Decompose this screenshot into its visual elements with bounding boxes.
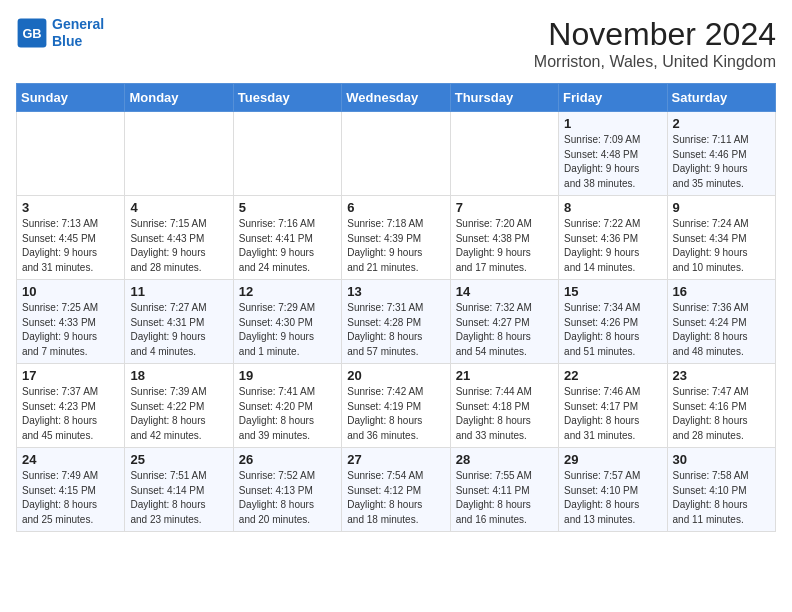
calendar-cell: 29Sunrise: 7:57 AM Sunset: 4:10 PM Dayli… [559, 448, 667, 532]
day-number: 4 [130, 200, 227, 215]
calendar-week-row: 10Sunrise: 7:25 AM Sunset: 4:33 PM Dayli… [17, 280, 776, 364]
day-number: 6 [347, 200, 444, 215]
calendar-cell: 14Sunrise: 7:32 AM Sunset: 4:27 PM Dayli… [450, 280, 558, 364]
day-number: 23 [673, 368, 770, 383]
month-title: November 2024 [534, 16, 776, 53]
day-number: 21 [456, 368, 553, 383]
calendar-cell: 13Sunrise: 7:31 AM Sunset: 4:28 PM Dayli… [342, 280, 450, 364]
svg-text:GB: GB [22, 26, 41, 41]
day-info: Sunrise: 7:46 AM Sunset: 4:17 PM Dayligh… [564, 385, 661, 443]
day-info: Sunrise: 7:24 AM Sunset: 4:34 PM Dayligh… [673, 217, 770, 275]
calendar-cell [342, 112, 450, 196]
calendar-cell: 22Sunrise: 7:46 AM Sunset: 4:17 PM Dayli… [559, 364, 667, 448]
day-info: Sunrise: 7:44 AM Sunset: 4:18 PM Dayligh… [456, 385, 553, 443]
weekday-header: Friday [559, 84, 667, 112]
day-info: Sunrise: 7:16 AM Sunset: 4:41 PM Dayligh… [239, 217, 336, 275]
calendar-cell [233, 112, 341, 196]
day-number: 3 [22, 200, 119, 215]
day-number: 15 [564, 284, 661, 299]
calendar-cell: 24Sunrise: 7:49 AM Sunset: 4:15 PM Dayli… [17, 448, 125, 532]
weekday-header: Thursday [450, 84, 558, 112]
day-number: 1 [564, 116, 661, 131]
calendar-cell: 16Sunrise: 7:36 AM Sunset: 4:24 PM Dayli… [667, 280, 775, 364]
day-number: 16 [673, 284, 770, 299]
day-info: Sunrise: 7:18 AM Sunset: 4:39 PM Dayligh… [347, 217, 444, 275]
day-number: 17 [22, 368, 119, 383]
logo-text: General Blue [52, 16, 104, 50]
calendar-cell: 25Sunrise: 7:51 AM Sunset: 4:14 PM Dayli… [125, 448, 233, 532]
calendar-cell: 3Sunrise: 7:13 AM Sunset: 4:45 PM Daylig… [17, 196, 125, 280]
day-info: Sunrise: 7:51 AM Sunset: 4:14 PM Dayligh… [130, 469, 227, 527]
day-info: Sunrise: 7:58 AM Sunset: 4:10 PM Dayligh… [673, 469, 770, 527]
title-block: November 2024 Morriston, Wales, United K… [534, 16, 776, 71]
calendar-week-row: 3Sunrise: 7:13 AM Sunset: 4:45 PM Daylig… [17, 196, 776, 280]
day-number: 10 [22, 284, 119, 299]
day-info: Sunrise: 7:55 AM Sunset: 4:11 PM Dayligh… [456, 469, 553, 527]
day-number: 22 [564, 368, 661, 383]
day-number: 5 [239, 200, 336, 215]
calendar-cell: 5Sunrise: 7:16 AM Sunset: 4:41 PM Daylig… [233, 196, 341, 280]
calendar-cell: 19Sunrise: 7:41 AM Sunset: 4:20 PM Dayli… [233, 364, 341, 448]
day-number: 20 [347, 368, 444, 383]
day-number: 7 [456, 200, 553, 215]
day-number: 24 [22, 452, 119, 467]
header-row: SundayMondayTuesdayWednesdayThursdayFrid… [17, 84, 776, 112]
calendar-header: SundayMondayTuesdayWednesdayThursdayFrid… [17, 84, 776, 112]
calendar-cell: 6Sunrise: 7:18 AM Sunset: 4:39 PM Daylig… [342, 196, 450, 280]
day-number: 26 [239, 452, 336, 467]
calendar-cell: 18Sunrise: 7:39 AM Sunset: 4:22 PM Dayli… [125, 364, 233, 448]
day-info: Sunrise: 7:42 AM Sunset: 4:19 PM Dayligh… [347, 385, 444, 443]
day-info: Sunrise: 7:32 AM Sunset: 4:27 PM Dayligh… [456, 301, 553, 359]
weekday-header: Sunday [17, 84, 125, 112]
calendar-week-row: 1Sunrise: 7:09 AM Sunset: 4:48 PM Daylig… [17, 112, 776, 196]
calendar-cell [125, 112, 233, 196]
calendar-cell: 28Sunrise: 7:55 AM Sunset: 4:11 PM Dayli… [450, 448, 558, 532]
day-number: 13 [347, 284, 444, 299]
day-info: Sunrise: 7:37 AM Sunset: 4:23 PM Dayligh… [22, 385, 119, 443]
calendar-week-row: 24Sunrise: 7:49 AM Sunset: 4:15 PM Dayli… [17, 448, 776, 532]
day-info: Sunrise: 7:36 AM Sunset: 4:24 PM Dayligh… [673, 301, 770, 359]
day-number: 27 [347, 452, 444, 467]
calendar-cell: 10Sunrise: 7:25 AM Sunset: 4:33 PM Dayli… [17, 280, 125, 364]
day-number: 25 [130, 452, 227, 467]
calendar-cell [17, 112, 125, 196]
day-info: Sunrise: 7:25 AM Sunset: 4:33 PM Dayligh… [22, 301, 119, 359]
day-number: 19 [239, 368, 336, 383]
calendar-cell: 26Sunrise: 7:52 AM Sunset: 4:13 PM Dayli… [233, 448, 341, 532]
day-info: Sunrise: 7:49 AM Sunset: 4:15 PM Dayligh… [22, 469, 119, 527]
calendar-cell: 11Sunrise: 7:27 AM Sunset: 4:31 PM Dayli… [125, 280, 233, 364]
day-info: Sunrise: 7:31 AM Sunset: 4:28 PM Dayligh… [347, 301, 444, 359]
calendar-cell: 17Sunrise: 7:37 AM Sunset: 4:23 PM Dayli… [17, 364, 125, 448]
day-info: Sunrise: 7:13 AM Sunset: 4:45 PM Dayligh… [22, 217, 119, 275]
day-number: 9 [673, 200, 770, 215]
calendar-week-row: 17Sunrise: 7:37 AM Sunset: 4:23 PM Dayli… [17, 364, 776, 448]
calendar-cell: 4Sunrise: 7:15 AM Sunset: 4:43 PM Daylig… [125, 196, 233, 280]
day-number: 18 [130, 368, 227, 383]
day-info: Sunrise: 7:15 AM Sunset: 4:43 PM Dayligh… [130, 217, 227, 275]
weekday-header: Saturday [667, 84, 775, 112]
calendar-cell: 15Sunrise: 7:34 AM Sunset: 4:26 PM Dayli… [559, 280, 667, 364]
calendar-cell [450, 112, 558, 196]
page-header: GB General Blue November 2024 Morriston,… [16, 16, 776, 71]
calendar-cell: 30Sunrise: 7:58 AM Sunset: 4:10 PM Dayli… [667, 448, 775, 532]
calendar-cell: 7Sunrise: 7:20 AM Sunset: 4:38 PM Daylig… [450, 196, 558, 280]
day-number: 14 [456, 284, 553, 299]
day-info: Sunrise: 7:20 AM Sunset: 4:38 PM Dayligh… [456, 217, 553, 275]
calendar-cell: 27Sunrise: 7:54 AM Sunset: 4:12 PM Dayli… [342, 448, 450, 532]
calendar-cell: 20Sunrise: 7:42 AM Sunset: 4:19 PM Dayli… [342, 364, 450, 448]
day-info: Sunrise: 7:41 AM Sunset: 4:20 PM Dayligh… [239, 385, 336, 443]
calendar-body: 1Sunrise: 7:09 AM Sunset: 4:48 PM Daylig… [17, 112, 776, 532]
weekday-header: Tuesday [233, 84, 341, 112]
day-number: 12 [239, 284, 336, 299]
day-number: 11 [130, 284, 227, 299]
day-number: 30 [673, 452, 770, 467]
weekday-header: Monday [125, 84, 233, 112]
day-number: 29 [564, 452, 661, 467]
weekday-header: Wednesday [342, 84, 450, 112]
calendar-cell: 9Sunrise: 7:24 AM Sunset: 4:34 PM Daylig… [667, 196, 775, 280]
day-info: Sunrise: 7:52 AM Sunset: 4:13 PM Dayligh… [239, 469, 336, 527]
day-info: Sunrise: 7:34 AM Sunset: 4:26 PM Dayligh… [564, 301, 661, 359]
day-info: Sunrise: 7:09 AM Sunset: 4:48 PM Dayligh… [564, 133, 661, 191]
calendar-cell: 23Sunrise: 7:47 AM Sunset: 4:16 PM Dayli… [667, 364, 775, 448]
day-info: Sunrise: 7:27 AM Sunset: 4:31 PM Dayligh… [130, 301, 227, 359]
